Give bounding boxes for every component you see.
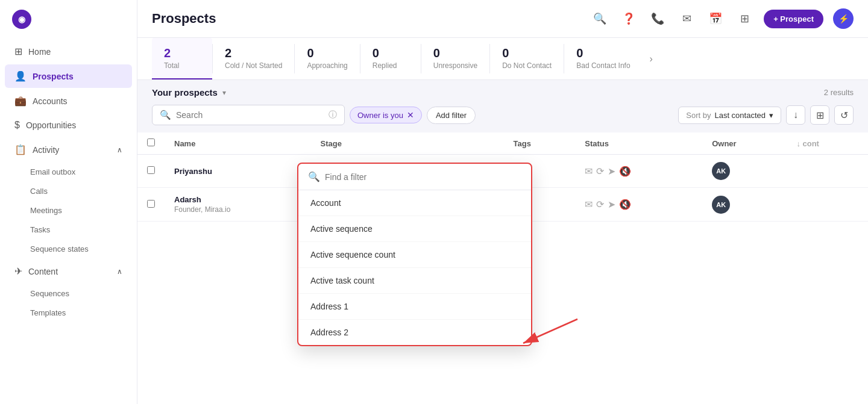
row-1-name-cell: Priyanshu [165,155,311,188]
tab-cold[interactable]: 2 Cold / Not Started [213,38,294,79]
mail-button[interactable]: ✉ [677,9,696,28]
send-icon[interactable]: ➤ [608,166,615,177]
search-icon: 🔍 [160,110,171,120]
owner-filter-chip[interactable]: Owner is you ✕ [350,107,422,123]
filter-option-active-sequence-count[interactable]: Active sequence count [298,242,531,268]
row-2-actions: ✉ ⟳ ➤ 🔇 [585,199,693,210]
filter-option-address-2[interactable]: Address 2 [298,320,531,345]
tab-approaching[interactable]: 0 Approaching [295,38,359,79]
sidebar-item-meetings[interactable]: Meetings [5,201,132,220]
add-filter-button[interactable]: Add filter [427,107,476,124]
filter-search-input[interactable] [325,172,521,182]
sidebar-item-home[interactable]: ⊞ Home [5,40,132,63]
email-icon[interactable]: ✉ [585,166,593,177]
cold-label: Cold / Not Started [225,61,282,70]
phone-button[interactable]: 📞 [648,9,667,28]
filter-option-address-1[interactable]: Address 1 [298,294,531,320]
filter-dropdown: 🔍 Account Active sequence Active sequenc… [297,163,532,346]
filter-option-active-sequence[interactable]: Active sequence [298,216,531,242]
sidebar-item-content[interactable]: ✈ Content ∧ [5,259,132,283]
search-button[interactable]: 🔍 [590,9,609,28]
sequence-states-label: Sequence states [30,244,89,253]
prospects-icon: 👤 [14,70,27,82]
row-2-owner-cell: AK [702,188,787,222]
select-all-checkbox[interactable] [147,138,155,146]
filter-chip-label: Owner is you [357,111,403,120]
email-icon-2[interactable]: ✉ [585,199,593,210]
filter-search-icon: 🔍 [308,171,320,182]
search-box[interactable]: 🔍 ⓘ [152,105,345,125]
sidebar-item-calls[interactable]: Calls [5,182,132,200]
main-content: Prospects 🔍 ❓ 📞 ✉ 📅 ⊞ + Prospect ⚡ 2 Tot… [137,0,868,404]
grid-button[interactable]: ⊞ [735,9,754,28]
sidebar-label-opportunities: Opportunities [26,120,76,130]
sync-icon[interactable]: ⟳ [596,166,604,177]
sidebar-item-email-outbox[interactable]: Email outbox [5,163,132,181]
filter-option-active-task-count[interactable]: Active task count [298,268,531,294]
filter-bar: 🔍 ⓘ Owner is you ✕ Add filter Sort by La… [137,105,868,132]
email-outbox-label: Email outbox [30,167,75,176]
tab-unresponsive[interactable]: 0 Unresponsive [421,38,489,79]
activity-icon: 📋 [14,144,27,155]
sort-dropdown[interactable]: Sort by Last contacted ▾ [678,107,781,124]
dnc-count: 0 [502,46,552,60]
content-area: Your prospects ▾ 2 results 🔍 ⓘ Owner is … [137,80,868,404]
row-2-owner-avatar: AK [712,196,730,214]
section-dropdown-icon[interactable]: ▾ [222,89,226,97]
user-avatar[interactable]: ⚡ [833,8,854,29]
tab-total[interactable]: 2 Total [152,38,212,79]
col-cont: ↓ cont [787,132,868,155]
sidebar-item-prospects[interactable]: 👤 Prospects [5,64,132,88]
filter-search-area: 🔍 [298,164,531,190]
row-1-owner-avatar: AK [712,162,730,180]
search-input[interactable] [176,110,324,120]
tab-replied[interactable]: 0 Replied [360,38,421,79]
tab-bad-contact[interactable]: 0 Bad Contact Info [564,38,642,79]
replied-count: 0 [373,46,409,60]
sidebar-item-templates[interactable]: Templates [5,303,132,322]
section-title: Your prospects [152,87,218,98]
mute-icon-2[interactable]: 🔇 [619,199,631,210]
sidebar-label-prospects: Prospects [33,72,74,81]
mute-icon[interactable]: 🔇 [619,166,631,177]
row-1-checkbox[interactable] [147,166,155,174]
sort-direction-button[interactable]: ↓ [786,105,805,125]
col-tags: Tags [504,132,576,155]
info-icon[interactable]: ⓘ [329,110,337,120]
row-2-checkbox[interactable] [147,200,155,208]
sidebar-item-accounts[interactable]: 💼 Accounts [5,89,132,113]
tasks-label: Tasks [30,225,50,234]
sidebar-item-sequence-states[interactable]: Sequence states [5,240,132,258]
row-2-cont [787,188,868,222]
view-toggle-button[interactable]: ⊞ [810,105,829,125]
sidebar-item-tasks[interactable]: Tasks [5,220,132,239]
approaching-label: Approaching [307,61,347,70]
sequences-label: Sequences [30,289,69,298]
send-icon-2[interactable]: ➤ [608,199,615,210]
add-prospect-button[interactable]: + Prospect [764,10,823,28]
meetings-label: Meetings [30,206,62,215]
total-label: Total [164,61,200,70]
row-1-cont [787,155,868,188]
sidebar-item-sequences[interactable]: Sequences [5,284,132,303]
row-1-owner-cell: AK [702,155,787,188]
sidebar-nav: ⊞ Home 👤 Prospects 💼 Accounts $ Opportun… [0,39,137,404]
sidebar-item-activity[interactable]: 📋 Activity ∧ [5,138,132,161]
filter-option-account[interactable]: Account [298,190,531,216]
row-2-subtitle: Founder, Miraa.io [174,205,301,214]
row-2-name: Adarsh [174,195,301,204]
tab-do-not-contact[interactable]: 0 Do Not Contact [490,38,564,79]
sidebar-item-opportunities[interactable]: $ Opportunities [5,114,132,137]
more-tabs-button[interactable]: › [643,38,660,79]
bad-count: 0 [576,46,630,60]
help-button[interactable]: ❓ [619,9,638,28]
bad-label: Bad Contact Info [576,61,630,70]
calendar-button[interactable]: 📅 [706,9,725,28]
row-1-status: ✉ ⟳ ➤ 🔇 [575,155,702,188]
refresh-button[interactable]: ↺ [834,105,854,125]
sidebar-label-content: Content [28,267,58,276]
sidebar-label-activity: Activity [33,145,59,155]
sort-dropdown-icon: ▾ [769,111,773,120]
filter-chip-remove[interactable]: ✕ [407,110,414,120]
sync-icon-2[interactable]: ⟳ [596,199,604,210]
